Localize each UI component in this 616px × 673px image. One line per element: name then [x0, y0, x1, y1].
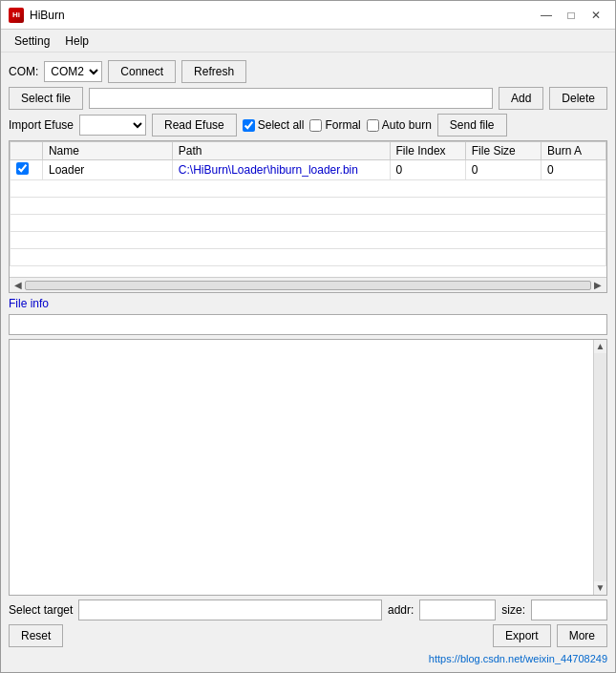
select-file-button[interactable]: Select file [9, 87, 83, 110]
col-header-name: Name [42, 142, 172, 160]
size-input[interactable] [531, 599, 607, 620]
efuse-row: Import Efuse Read Efuse Select all Forma… [9, 114, 607, 137]
h-scroll-left-arrow[interactable]: ◀ [11, 280, 25, 290]
addr-input[interactable] [419, 599, 496, 620]
export-button[interactable]: Export [493, 624, 551, 647]
h-scrollbar-row: ◀ ▶ [10, 277, 606, 292]
h-scrollbar[interactable] [25, 281, 591, 290]
watermark: https://blog.csdn.net/weixin_44708249 [9, 651, 607, 664]
file-row: Select file Add Delete [9, 87, 607, 110]
row-index-cell: 0 [390, 160, 465, 180]
title-controls: — □ ✕ [535, 8, 607, 23]
select-all-label: Select all [258, 118, 305, 132]
select-all-checkbox[interactable] [243, 119, 255, 132]
reset-button[interactable]: Reset [9, 624, 63, 647]
auto-burn-label: Auto burn [382, 118, 432, 132]
table-row: Loader C:\HiBurn\Loader\hiburn_loader.bi… [11, 160, 606, 180]
read-efuse-button[interactable]: Read Efuse [152, 114, 237, 137]
file-info-label: File info [9, 297, 607, 310]
file-table-container: Name Path File Index File Size Burn A [9, 140, 607, 293]
row-check-cell[interactable] [11, 160, 43, 180]
target-input[interactable] [78, 599, 382, 620]
addr-label: addr: [388, 603, 414, 617]
log-scrollbar[interactable]: ▲ ▼ [593, 340, 606, 595]
col-header-index: File Index [390, 142, 465, 160]
table-row-empty-4 [11, 232, 606, 249]
scroll-track[interactable] [594, 353, 607, 581]
send-file-button[interactable]: Send file [437, 114, 507, 137]
com-select[interactable]: COM2 [44, 61, 102, 82]
select-target-label: Select target [9, 603, 73, 617]
file-path-input[interactable] [89, 88, 493, 109]
table-body: Loader C:\HiBurn\Loader\hiburn_loader.bi… [11, 160, 606, 266]
formal-label: Formal [325, 118, 360, 132]
table-row-empty-3 [11, 215, 606, 232]
col-header-path: Path [172, 142, 390, 160]
right-buttons: Export More [493, 624, 607, 647]
more-button[interactable]: More [557, 624, 607, 647]
delete-button[interactable]: Delete [549, 87, 607, 110]
table-scroll[interactable]: Name Path File Index File Size Burn A [10, 141, 606, 277]
col-header-check [11, 142, 43, 160]
select-all-checkbox-label[interactable]: Select all [243, 118, 305, 132]
maximize-button[interactable]: □ [560, 8, 583, 23]
row-path-cell: C:\HiBurn\Loader\hiburn_loader.bin [172, 160, 390, 180]
table-row-empty-2 [11, 198, 606, 215]
formal-checkbox[interactable] [309, 119, 322, 132]
menu-setting[interactable]: Setting [7, 32, 57, 50]
app-icon: Hi [9, 8, 24, 23]
main-content: COM: COM2 Connect Refresh Select file Ad… [1, 53, 615, 672]
refresh-button[interactable]: Refresh [181, 60, 246, 83]
menu-bar: Setting Help [1, 30, 615, 53]
row-path-link: C:\HiBurn\Loader\hiburn_loader.bin [179, 163, 358, 177]
table-header-row: Name Path File Index File Size Burn A [11, 142, 606, 160]
com-select-wrapper: COM2 [44, 61, 102, 82]
row-name-cell: Loader [42, 160, 172, 180]
bottom-btn-row: Reset Export More [9, 624, 607, 647]
file-table: Name Path File Index File Size Burn A [10, 141, 606, 266]
auto-burn-checkbox-label[interactable]: Auto burn [367, 118, 432, 132]
close-button[interactable]: ✕ [584, 8, 607, 23]
col-header-burn: Burn A [542, 142, 606, 160]
log-area: ▲ ▼ [9, 339, 607, 596]
minimize-button[interactable]: — [535, 8, 558, 23]
title-bar-left: Hi HiBurn [9, 8, 65, 23]
h-scroll-right-arrow[interactable]: ▶ [591, 280, 605, 290]
scroll-down-arrow[interactable]: ▼ [594, 581, 607, 595]
table-row-empty-1 [11, 180, 606, 198]
table-row-empty-5 [11, 249, 606, 266]
select-target-row: Select target addr: size: [9, 599, 607, 620]
formal-checkbox-label[interactable]: Formal [309, 118, 360, 132]
main-window: Hi HiBurn — □ ✕ Setting Help COM: COM2 C… [0, 0, 616, 673]
size-label: size: [501, 603, 525, 617]
add-button[interactable]: Add [499, 87, 543, 110]
col-header-size: File Size [465, 142, 541, 160]
import-efuse-label: Import Efuse [9, 118, 74, 132]
auto-burn-checkbox[interactable] [367, 119, 379, 132]
connect-button[interactable]: Connect [108, 60, 176, 83]
row-size-cell: 0 [465, 160, 541, 180]
menu-help[interactable]: Help [57, 32, 96, 50]
scroll-up-arrow[interactable]: ▲ [594, 340, 607, 353]
row-checkbox[interactable] [16, 162, 29, 175]
efuse-select[interactable] [79, 115, 146, 136]
row-burn-cell: 0 [542, 160, 606, 180]
window-title: HiBurn [30, 9, 65, 22]
com-label: COM: [9, 65, 38, 78]
file-info-bar [9, 314, 607, 335]
com-row: COM: COM2 Connect Refresh [9, 60, 607, 83]
title-bar: Hi HiBurn — □ ✕ [1, 1, 615, 30]
